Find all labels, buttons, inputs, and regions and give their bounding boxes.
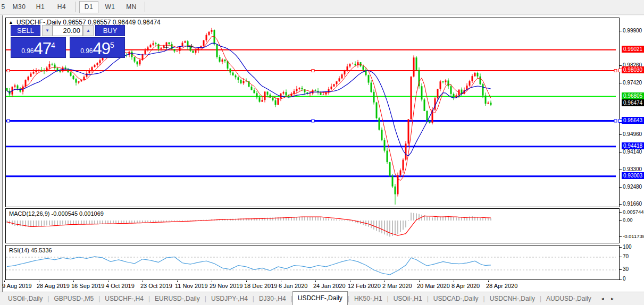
chart-tab-hk50-h1[interactable]: HK50-,H1 (349, 293, 387, 304)
macd-histogram-bar (131, 221, 132, 223)
candle-body (352, 64, 354, 64)
collapse-panel-icon[interactable]: ▲ (9, 20, 13, 25)
timeframe-button-5[interactable]: 5 (0, 1, 7, 13)
chart-tab-usoil-h1[interactable]: USOil-,H1 (389, 293, 427, 304)
macd-histogram-bar (57, 221, 58, 225)
candle-body (272, 98, 274, 100)
macd-histogram-bar (17, 221, 18, 226)
chart-tab-audusd-daily[interactable]: AUDUSD-,Daily (541, 293, 596, 304)
macd-histogram-bar (307, 217, 308, 221)
candle-body (408, 119, 409, 143)
candle-body (28, 77, 29, 80)
candle-body (195, 50, 197, 53)
tab-scroll-right-icon[interactable]: ▸ (611, 296, 614, 301)
chart-tab-gbpusd-m5[interactable]: GBPUSD-,M5 (49, 293, 98, 304)
macd-histogram-bar (349, 221, 350, 221)
price-tick-mark (620, 170, 622, 170)
chart-tab-usdcnh-daily[interactable]: USDCNH-,Daily (485, 293, 540, 304)
date-tick-mark (4, 281, 5, 282)
volume-decrease-button[interactable]: ▼ (42, 25, 53, 36)
price-level-chip: 0.99021 (622, 46, 644, 53)
macd-histogram-bar (38, 221, 39, 226)
candle-body (355, 64, 356, 65)
price-tick-mark (620, 204, 622, 205)
chart-tab-usdjpy-h4[interactable]: USDJPY-,H4 (206, 293, 253, 304)
candle-body (36, 71, 37, 72)
macd-histogram-bar (336, 219, 337, 221)
macd-histogram-bar (83, 221, 85, 224)
candle-body (320, 92, 322, 95)
toolbar-separator (75, 2, 76, 12)
price-tick-mark (620, 134, 622, 135)
candle-body (206, 35, 207, 40)
date-tick-mark (246, 281, 247, 282)
macd-indicator-panel[interactable]: MACD(12,26,9) -0.000545 0.001069 (5, 208, 620, 243)
sell-price-display[interactable]: 0.96474 (11, 37, 66, 58)
candle-body (147, 47, 149, 50)
macd-histogram-bar (91, 221, 93, 224)
macd-histogram-bar (99, 221, 101, 224)
price-tick-label: 0.97420 (623, 80, 642, 86)
candle-body (54, 65, 56, 69)
timeframe-button-w1[interactable]: W1 (101, 1, 120, 13)
rsi-indicator-panel[interactable]: RSI(14) 45.5336 (5, 245, 620, 280)
sell-button[interactable]: SELL (11, 25, 40, 36)
macd-histogram-bar (14, 221, 15, 226)
line-drag-handle[interactable] (618, 69, 622, 72)
macd-histogram-bar (137, 221, 138, 223)
candle-body (174, 49, 175, 51)
macd-histogram-bar (302, 217, 303, 221)
candle-body (480, 77, 481, 84)
candle-body (145, 50, 146, 54)
rsi-tick-mark (620, 247, 622, 248)
timeframe-button-d1[interactable]: D1 (79, 1, 98, 13)
rsi-axis: 10070300 (620, 245, 644, 280)
price-tick-label: 0.93300 (623, 166, 642, 172)
volume-increase-button[interactable]: ▲ (83, 25, 94, 36)
macd-histogram-bar (86, 221, 87, 224)
chart-tab-usdchf-daily[interactable]: USDCHF-,Daily (292, 291, 348, 305)
candle-body (426, 111, 428, 122)
tab-scroll-left-icon[interactable]: ◂ (601, 296, 604, 301)
timeframe-button-h1[interactable]: H1 (31, 1, 50, 13)
line-drag-handle[interactable] (618, 119, 622, 123)
rsi-tick-mark (620, 257, 622, 257)
candle-body (49, 64, 51, 67)
chevron-down-icon: ▼ (45, 28, 49, 33)
macd-histogram-bar (488, 218, 489, 221)
buy-button[interactable]: BUY (95, 25, 125, 36)
candle-body (323, 95, 324, 95)
candle-body (488, 103, 489, 104)
chart-tab-usoil-daily[interactable]: USOil-,Daily (3, 293, 47, 304)
macd-histogram-bar (118, 221, 119, 223)
candle-body (94, 65, 96, 67)
macd-tick-label: -0.011738 (623, 233, 644, 239)
price-level-chip: 0.94418 (622, 142, 644, 149)
price-tick-label: 0.92480 (623, 184, 642, 190)
candle-body (185, 41, 186, 43)
timeframe-button-h4[interactable]: H4 (52, 1, 71, 13)
candle-body (387, 151, 388, 163)
chart-tab-usdchf-h4[interactable]: USDCHF-,H4 (100, 293, 148, 304)
chart-tab-eurusd-daily[interactable]: EURUSD-,Daily (150, 293, 205, 304)
timeframe-button-mn[interactable]: MN (122, 1, 141, 13)
line-drag-handle[interactable] (614, 120, 617, 122)
timeframe-button-m30[interactable]: M30 (10, 1, 29, 13)
candle-body (429, 122, 431, 123)
candle-body (89, 70, 90, 73)
chart-tab-usdcad-daily[interactable]: USDCAD-,Daily (429, 293, 483, 304)
line-drag-handle[interactable] (7, 69, 10, 72)
candle-body (256, 93, 258, 97)
price-level-chip: 0.96805 (622, 92, 644, 99)
macd-histogram-bar (347, 221, 348, 221)
chart-tab-dj30-h4[interactable]: DJ30-,H4 (254, 293, 291, 304)
volume-input[interactable]: 20.00 (53, 25, 83, 36)
date-axis: 9 Aug 201928 Aug 201916 Sep 20194 Oct 20… (5, 281, 620, 292)
line-drag-handle[interactable] (312, 69, 314, 72)
candle-body (232, 73, 234, 75)
line-drag-handle[interactable] (312, 120, 314, 122)
candle-body (190, 47, 191, 51)
line-drag-handle[interactable] (7, 120, 10, 122)
line-drag-handle[interactable] (614, 69, 617, 72)
buy-price-display[interactable]: 0.96495 (70, 37, 125, 58)
